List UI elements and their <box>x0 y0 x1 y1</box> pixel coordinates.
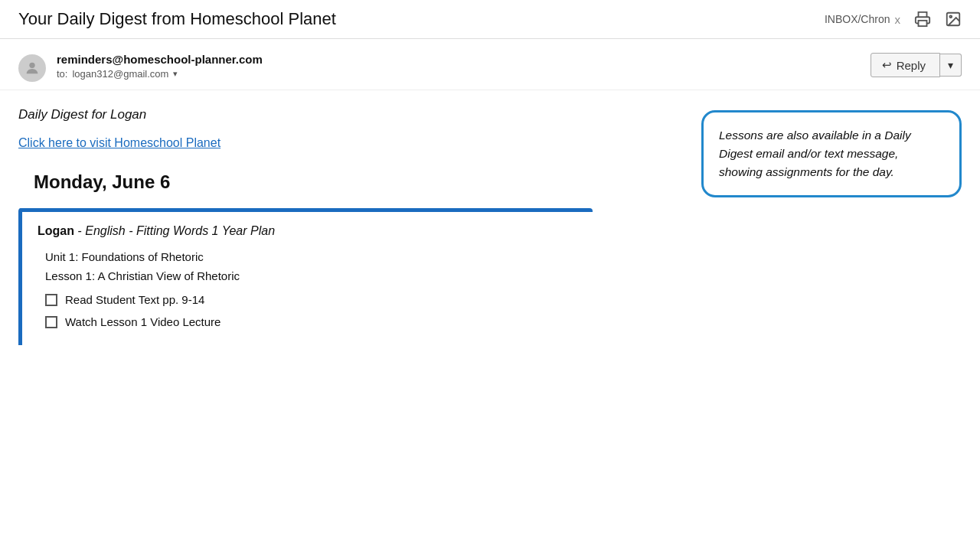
task-text-1: Read Student Text pp. 9-14 <box>65 293 204 306</box>
reply-arrow-icon: ↩ <box>882 58 892 72</box>
svg-point-2 <box>949 15 952 18</box>
course-name: English - Fitting Words 1 Year Plan <box>85 224 275 237</box>
inbox-label: INBOX/Chron <box>825 13 890 25</box>
task-checkbox-2[interactable] <box>45 316 57 328</box>
close-tab-button[interactable]: x <box>895 13 901 26</box>
print-button[interactable] <box>914 11 931 28</box>
person-icon <box>24 60 41 77</box>
print-icon <box>914 11 931 28</box>
recipient-dropdown-arrow[interactable]: ▾ <box>173 69 178 79</box>
recipient-row: to: logan312@gmail.com ▾ <box>57 68 263 80</box>
card-header: Logan - English - Fitting Words 1 Year P… <box>38 224 577 238</box>
task-text-2: Watch Lesson 1 Video Lecture <box>65 315 220 328</box>
callout-text: Lessons are also available in a Daily Di… <box>719 129 911 178</box>
email-meta-left: reminders@homeschool-planner.com to: log… <box>18 53 263 82</box>
reply-dropdown-button[interactable]: ▾ <box>940 54 962 77</box>
header-bar: Your Daily Digest from Homeschool Planet… <box>0 0 980 39</box>
email-body: Daily Digest for Logan Click here to vis… <box>18 107 678 345</box>
to-label: to: <box>57 68 67 80</box>
reply-button-area: ↩ Reply ▾ <box>871 53 962 77</box>
sender-info: reminders@homeschool-planner.com to: log… <box>57 53 263 80</box>
reply-label: Reply <box>897 59 926 72</box>
email-subject-title: Your Daily Digest from Homeschool Planet <box>18 9 336 29</box>
inbox-tab[interactable]: INBOX/Chron x <box>825 13 900 26</box>
image-button[interactable] <box>945 11 962 28</box>
callout-box: Lessons are also available in a Daily Di… <box>701 110 962 197</box>
unit-label: Unit 1: Foundations of Rhetoric <box>45 250 577 263</box>
reply-dropdown-arrow-icon: ▾ <box>948 59 953 71</box>
recipient-email: logan312@gmail.com <box>72 68 168 80</box>
header-right: INBOX/Chron x <box>825 11 962 28</box>
visit-homeschool-link[interactable]: Click here to visit Homeschool Planet <box>18 136 220 149</box>
svg-point-3 <box>29 63 34 68</box>
reply-button[interactable]: ↩ Reply <box>871 53 940 77</box>
email-meta-row: reminders@homeschool-planner.com to: log… <box>0 39 980 90</box>
svg-rect-0 <box>919 21 927 26</box>
course-separator: - <box>77 224 85 237</box>
avatar <box>18 54 46 82</box>
task-item-1: Read Student Text pp. 9-14 <box>45 293 577 306</box>
task-item-2: Watch Lesson 1 Video Lecture <box>45 315 577 328</box>
sender-email: reminders@homeschool-planner.com <box>57 53 263 66</box>
student-name: Logan <box>38 224 74 237</box>
image-icon <box>945 11 962 28</box>
daily-digest-title: Daily Digest for Logan <box>18 107 678 122</box>
lesson-label: Lesson 1: A Christian View of Rhetoric <box>45 269 577 282</box>
email-content: Daily Digest for Logan Click here to vis… <box>0 90 980 345</box>
assignment-card: Logan - English - Fitting Words 1 Year P… <box>18 208 593 345</box>
task-checkbox-1[interactable] <box>45 294 57 306</box>
date-heading: Monday, June 6 <box>34 171 678 193</box>
